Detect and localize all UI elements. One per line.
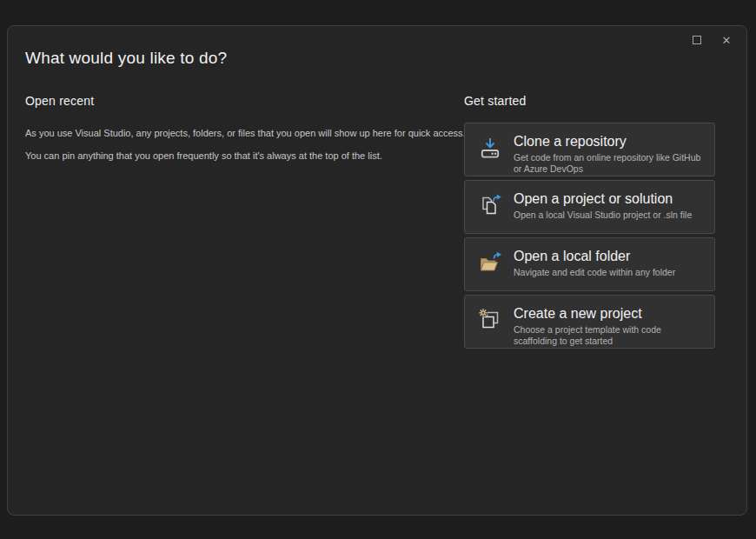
create-new-project-icon xyxy=(478,308,502,332)
action-title: Clone a repository xyxy=(514,133,704,150)
action-description: Open a local Visual Studio project or .s… xyxy=(514,210,692,221)
maximize-button[interactable] xyxy=(684,29,710,51)
clone-repository-icon xyxy=(478,136,502,160)
page-title: What would you like to do? xyxy=(25,49,227,68)
close-button[interactable]: ✕ xyxy=(713,29,739,51)
content-columns: Open recent As you use Visual Studio, an… xyxy=(25,94,715,352)
action-title: Open a project or solution xyxy=(514,190,692,207)
action-title: Open a local folder xyxy=(514,248,675,264)
start-window-dialog: ✕ What would you like to do? Open recent… xyxy=(7,25,747,516)
clone-repository-button[interactable]: Clone a repository Get code from an onli… xyxy=(464,123,715,176)
get-started-heading: Get started xyxy=(464,94,715,108)
action-description: Get code from an online repository like … xyxy=(514,152,704,175)
window-controls: ✕ xyxy=(684,29,739,51)
open-recent-heading: Open recent xyxy=(25,94,447,108)
close-icon: ✕ xyxy=(722,35,732,46)
action-description: Choose a project template with code scaf… xyxy=(514,324,704,347)
open-folder-icon xyxy=(478,250,502,275)
open-recent-hint-2: You can pin anything that you open frequ… xyxy=(25,150,447,162)
open-project-button[interactable]: Open a project or solution Open a local … xyxy=(464,180,715,234)
open-project-icon xyxy=(478,193,502,217)
action-description: Navigate and edit code within any folder xyxy=(514,267,675,278)
open-recent-section: Open recent As you use Visual Studio, an… xyxy=(25,94,447,352)
create-new-project-button[interactable]: Create a new project Choose a project te… xyxy=(464,295,715,349)
get-started-card-list: Clone a repository Get code from an onli… xyxy=(464,123,715,349)
maximize-icon xyxy=(693,36,701,44)
open-recent-hint-1: As you use Visual Studio, any projects, … xyxy=(25,128,447,139)
open-folder-button[interactable]: Open a local folder Navigate and edit co… xyxy=(464,237,715,291)
get-started-section: Get started Clone a repository Get code … xyxy=(464,94,715,352)
action-title: Create a new project xyxy=(514,305,704,322)
